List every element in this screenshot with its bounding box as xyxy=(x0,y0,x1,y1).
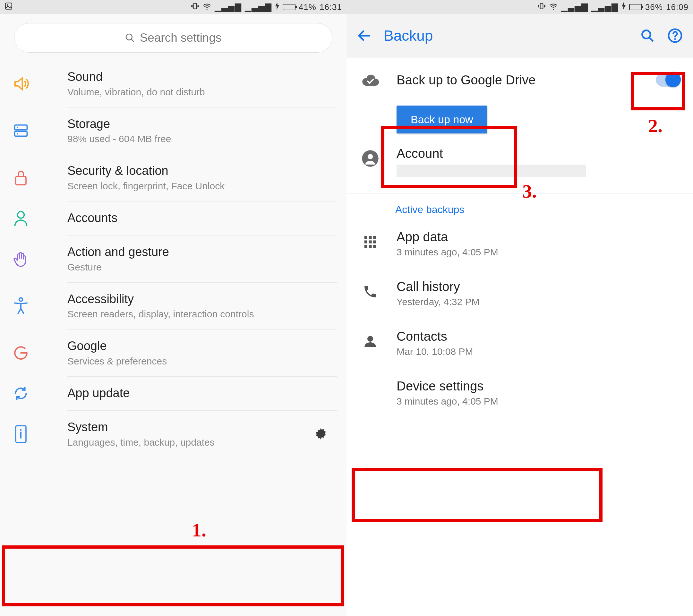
svg-rect-25 xyxy=(369,240,372,243)
item-title: Google xyxy=(67,338,337,354)
person-solid-icon xyxy=(359,331,381,352)
svg-rect-23 xyxy=(373,236,376,239)
svg-point-8 xyxy=(17,133,18,135)
signal-icon-2: ▁▃▅▇ xyxy=(591,2,618,12)
settings-item-action-gesture[interactable]: Action and gesture Gesture xyxy=(67,236,337,283)
item-subtitle: Volume, vibration, do not disturb xyxy=(67,87,337,98)
vibrate-icon xyxy=(191,2,199,13)
account-value-redacted xyxy=(397,164,586,177)
search-input[interactable]: Search settings xyxy=(14,23,332,53)
row-subtitle: 3 minutes ago, 4:05 PM xyxy=(397,247,680,258)
account-row[interactable]: Account xyxy=(346,146,693,193)
settings-item-accessibility[interactable]: Accessibility Screen readers, display, i… xyxy=(67,283,337,330)
battery-indicator xyxy=(629,4,642,10)
account-circle-icon xyxy=(359,147,381,170)
svg-point-15 xyxy=(553,9,554,9)
svg-point-4 xyxy=(126,34,132,40)
row-subtitle: Yesterday, 4:32 PM xyxy=(397,296,680,307)
charging-icon xyxy=(275,2,279,12)
svg-point-3 xyxy=(206,9,207,9)
picture-icon xyxy=(4,2,13,13)
backup-item-contacts[interactable]: Contacts Mar 10, 10:08 PM xyxy=(346,318,693,368)
hand-icon xyxy=(11,249,31,269)
settings-screen: ▁▃▅▇ ▁▃▅▇ 41% 16:31 Search settings Soun… xyxy=(0,0,346,616)
row-subtitle: 3 minutes ago, 4:05 PM xyxy=(397,396,680,407)
settings-item-accounts[interactable]: Accounts xyxy=(67,201,337,236)
search-icon xyxy=(125,33,135,43)
settings-item-storage[interactable]: Storage 98% used - 604 MB free xyxy=(67,107,337,155)
sound-icon xyxy=(11,74,31,93)
battery-indicator xyxy=(283,4,296,10)
apps-icon xyxy=(359,231,381,253)
search-button[interactable] xyxy=(639,27,656,44)
item-title: Action and gesture xyxy=(67,244,337,260)
item-subtitle: Gesture xyxy=(67,262,337,273)
svg-rect-9 xyxy=(16,176,26,185)
backup-screen: ▁▃▅▇ ▁▃▅▇ 36% 16:09 Backup xyxy=(346,0,693,616)
settings-item-google[interactable]: Google Services & preferences xyxy=(67,330,337,377)
item-title: App update xyxy=(67,386,337,401)
backup-item-app-data[interactable]: App data 3 minutes ago, 4:05 PM xyxy=(346,219,693,269)
search-placeholder: Search settings xyxy=(140,31,221,45)
settings-item-security[interactable]: Security & location Screen lock, fingerp… xyxy=(67,154,337,201)
svg-point-11 xyxy=(19,298,23,301)
row-subtitle: Mar 10, 10:08 PM xyxy=(397,346,680,357)
backup-now-row: Back up now xyxy=(346,102,693,146)
wifi-icon xyxy=(549,2,558,12)
svg-point-10 xyxy=(18,212,24,218)
svg-point-1 xyxy=(7,4,8,5)
item-subtitle: Languages, time, backup, updates xyxy=(67,437,311,448)
annotation-box-contacts xyxy=(352,468,602,522)
phone-icon xyxy=(359,281,381,302)
svg-rect-27 xyxy=(364,245,368,248)
status-bar: ▁▃▅▇ ▁▃▅▇ 41% 16:31 xyxy=(0,0,346,14)
backup-drive-row[interactable]: Back up to Google Drive xyxy=(346,57,693,102)
backup-item-call-history[interactable]: Call history Yesterday, 4:32 PM xyxy=(346,269,693,318)
settings-item-app-update[interactable]: App update xyxy=(67,377,337,411)
svg-rect-26 xyxy=(373,240,376,243)
svg-point-18 xyxy=(674,38,676,40)
row-title: Call history xyxy=(397,279,680,294)
backup-settings-section: Back up to Google Drive Back up now Acco… xyxy=(346,57,693,418)
row-title: Back up to Google Drive xyxy=(397,73,640,87)
row-title: Device settings xyxy=(397,379,680,393)
storage-icon xyxy=(11,121,31,140)
charging-icon xyxy=(621,2,626,12)
help-button[interactable] xyxy=(667,27,684,44)
search-container: Search settings xyxy=(0,14,346,60)
app-bar: Backup xyxy=(346,14,693,57)
signal-icon-2: ▁▃▅▇ xyxy=(245,2,272,12)
backup-item-device-settings[interactable]: Device settings 3 minutes ago, 4:05 PM xyxy=(346,368,693,418)
item-title: Security & location xyxy=(67,163,337,179)
svg-rect-6 xyxy=(15,131,27,136)
settings-item-system[interactable]: System Languages, time, backup, updates xyxy=(67,411,337,458)
cloud-done-icon xyxy=(359,69,381,92)
clock-time: 16:31 xyxy=(320,2,342,12)
item-title: System xyxy=(67,420,311,435)
row-title: Contacts xyxy=(397,329,680,344)
backup-now-button[interactable]: Back up now xyxy=(397,105,487,134)
settings-item-sound[interactable]: Sound Volume, vibration, do not disturb xyxy=(67,60,337,107)
person-icon xyxy=(11,208,31,228)
item-title: Storage xyxy=(67,117,337,132)
item-subtitle: 98% used - 604 MB free xyxy=(67,134,337,144)
svg-point-30 xyxy=(368,336,373,342)
annotation-box-1 xyxy=(2,545,344,607)
item-title: Accessibility xyxy=(67,292,337,307)
gear-icon[interactable] xyxy=(311,427,331,441)
accessibility-icon xyxy=(11,296,31,315)
item-title: Sound xyxy=(67,69,337,85)
svg-rect-29 xyxy=(373,245,376,248)
back-button[interactable] xyxy=(356,27,373,44)
item-subtitle: Services & preferences xyxy=(67,356,337,367)
clock-time: 16:09 xyxy=(666,2,689,12)
svg-rect-22 xyxy=(369,236,372,239)
svg-rect-0 xyxy=(5,3,12,9)
active-backups-label: Active backups xyxy=(346,194,693,219)
row-title: Account xyxy=(397,146,680,161)
google-icon xyxy=(11,343,31,362)
svg-rect-24 xyxy=(364,240,368,243)
backup-toggle[interactable] xyxy=(656,73,680,87)
svg-rect-2 xyxy=(194,3,197,9)
wifi-icon xyxy=(202,2,212,12)
